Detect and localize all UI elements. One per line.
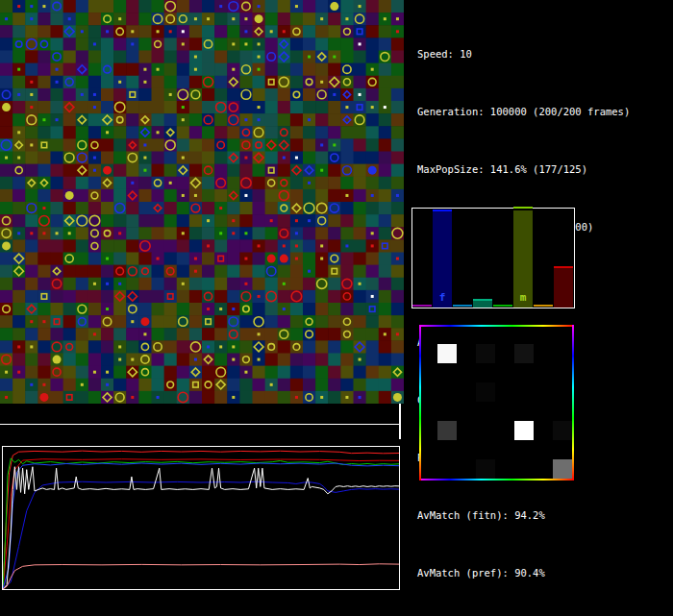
bar-slot-0	[412, 210, 432, 308]
bar-slot-7	[554, 210, 573, 308]
match-matrix-border-right	[572, 325, 574, 480]
bar-m: m	[513, 210, 533, 308]
history-chart	[2, 446, 400, 590]
history-series-red-top	[3, 451, 399, 589]
bar-fill	[554, 267, 573, 308]
stat-maxpopsize: MaxPopSize: 141.6% (177/125)	[417, 160, 630, 179]
match-matrix	[419, 325, 574, 480]
matrix-cell-r2c2	[514, 421, 534, 440]
matrix-cell-r3c3	[553, 459, 572, 479]
matrix-cell-r0c3	[553, 344, 572, 363]
bar-cap	[554, 266, 573, 268]
bar-slot-6	[534, 210, 553, 308]
stat-avmatch-pref: AvMatch (pref): 90.4%	[417, 563, 630, 582]
history-series-white	[3, 467, 399, 589]
bar-fill	[473, 300, 492, 308]
bar-slot-2	[453, 210, 472, 308]
matrix-cell-r2c0	[437, 421, 457, 440]
match-matrix-border-bottom	[419, 479, 574, 480]
bar-label-f: f	[433, 291, 452, 304]
stat-speed: Speed: 10	[417, 44, 630, 63]
bar-cap	[493, 305, 512, 307]
stat-generation: Generation: 100000 (200/200 frames)	[417, 102, 630, 121]
history-series-green	[3, 458, 399, 589]
matrix-cell-r1c3	[553, 382, 572, 402]
history-chart-plot	[3, 447, 399, 589]
bar-slot-3	[473, 210, 492, 308]
matrix-cell-r2c3	[553, 421, 572, 440]
matrix-cell-r0c2	[514, 344, 534, 363]
frame-slider-handle[interactable]	[399, 404, 401, 439]
bar-cap	[453, 305, 472, 307]
matrix-cell-r0c1	[476, 344, 495, 363]
matrix-cell-r1c0	[437, 382, 457, 402]
match-matrix-border-top	[419, 325, 574, 327]
matrix-cell-r1c2	[514, 382, 534, 402]
bar-slot-4	[493, 210, 512, 308]
matrix-cell-r3c2	[514, 459, 534, 479]
match-matrix-border-left	[419, 325, 421, 480]
bar-label-m: m	[513, 291, 533, 304]
stats-panel: Speed: 10 Generation: 100000 (200/200 fr…	[417, 6, 630, 616]
bar-cap	[412, 305, 432, 307]
matrix-cell-r0c0	[437, 344, 457, 363]
frame-slider-track[interactable]	[0, 424, 401, 425]
history-series-pink	[3, 564, 399, 589]
bar-f: f	[433, 210, 452, 308]
matrix-cell-r1c1	[476, 382, 495, 402]
matrix-cell-r2c1	[476, 421, 495, 440]
population-bar-chart: fm	[411, 208, 575, 308]
stat-avmatch-fitn: AvMatch (fitn): 94.2%	[417, 505, 630, 525]
bar-cap	[473, 299, 492, 301]
matrix-cell-r3c0	[437, 459, 457, 479]
app-window: Speed: 10 Generation: 100000 (200/200 fr…	[0, 0, 673, 616]
history-series-blue-lower	[3, 481, 399, 589]
bar-cap	[513, 207, 533, 209]
history-series-red-second	[3, 459, 399, 589]
bar-cap	[534, 305, 553, 307]
simulation-grid[interactable]	[0, 0, 404, 404]
bar-cap	[433, 209, 452, 211]
matrix-cell-r3c1	[476, 459, 495, 479]
